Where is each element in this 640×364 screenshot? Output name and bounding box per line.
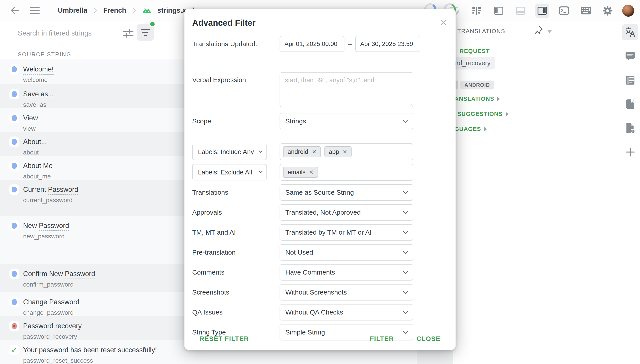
tm-mt-and-ai-select[interactable]: Translated by TM or MT or AI — [280, 224, 413, 240]
chevron-right-icon — [506, 112, 508, 116]
breadcrumb-chevron-icon — [93, 7, 98, 14]
dialog-section-divider — [192, 133, 448, 133]
string-key: password_recovery — [23, 333, 82, 340]
comments-select[interactable]: Have Comments — [280, 264, 413, 280]
dialog-body: Translations Updated:–Verbal ExpressionS… — [192, 36, 448, 344]
source-string-text: About... — [23, 137, 47, 147]
chevron-down-icon[interactable] — [547, 30, 552, 33]
approvals-select[interactable]: Translated, Not Approved — [280, 204, 413, 220]
select-value: Translated, Not Approved — [285, 209, 361, 216]
translations-row: TranslationsSame as Source String — [192, 184, 448, 201]
journal-icon[interactable] — [622, 72, 638, 88]
select-value: Translated by TM or MT or AI — [285, 228, 371, 236]
verbal-expression-input[interactable] — [280, 72, 413, 107]
back-arrow-icon[interactable] — [9, 5, 21, 16]
source-string-text: Welcome! — [23, 64, 54, 74]
apply-filter-button[interactable]: FILTER — [368, 335, 395, 343]
source-string-text: Change Password — [23, 297, 79, 307]
translate-icon[interactable] — [622, 24, 638, 40]
source-string-text: Password recovery — [23, 321, 82, 331]
close-icon[interactable]: ✕ — [440, 18, 447, 27]
hamburger-menu-icon[interactable] — [29, 5, 41, 16]
string-key: about_me — [23, 173, 53, 180]
translated-status-icon — [9, 89, 19, 100]
layout-left-panel-icon[interactable] — [492, 4, 506, 18]
panel-divider — [417, 350, 417, 364]
field-label: TM, MT and AI — [192, 228, 280, 236]
labels-mode-select[interactable]: Labels: Include Any — [192, 144, 267, 160]
breadcrumb-language[interactable]: French — [103, 6, 126, 14]
close-dialog-button[interactable]: CLOSE — [415, 335, 442, 343]
screenshots-select[interactable]: Without Screenshots — [280, 284, 413, 300]
request-translation-button[interactable]: REQUEST — [460, 48, 490, 54]
glossary-book-icon[interactable] — [622, 96, 638, 112]
date-to-input[interactable] — [355, 36, 420, 52]
field-label: Screenshots — [192, 288, 280, 296]
labels-tags-input[interactable]: emails✕ — [280, 164, 413, 181]
string-text-block: Change Passwordchange_password — [23, 297, 79, 316]
string-text-block: About Meabout_me — [23, 160, 53, 180]
advanced-filter-dialog: Advanced Filter ✕ Translations Updated:–… — [184, 9, 456, 350]
keyboard-icon[interactable] — [579, 4, 593, 18]
filter-active-dot — [150, 22, 155, 26]
date-from-input[interactable] — [280, 36, 344, 52]
label-tag: android✕ — [283, 146, 321, 157]
file-info-icon[interactable] — [622, 120, 638, 136]
dialog-title: Advanced Filter — [192, 18, 256, 28]
search-input[interactable] — [17, 26, 115, 41]
remove-tag-icon[interactable]: ✕ — [309, 169, 314, 175]
string-key: current_password — [23, 197, 78, 204]
field-label: Scope — [192, 118, 280, 125]
translations-select[interactable]: Same as Source String — [280, 184, 413, 201]
qa-issues-row: QA IssuesWithout QA Checks — [192, 304, 448, 320]
tune-filters-icon[interactable] — [122, 27, 135, 40]
pin-icon[interactable] — [533, 25, 544, 38]
terminal-icon[interactable] — [557, 4, 571, 18]
string-key: welcome — [23, 76, 54, 84]
labels-mode-select[interactable]: Labels: Exclude All — [192, 164, 267, 180]
panel-section-guages[interactable]: GUAGES — [455, 126, 487, 132]
settings-gear-icon[interactable] — [600, 4, 615, 18]
pre-translation-select[interactable]: Not Used — [280, 244, 413, 260]
right-vertical-toolbar — [620, 21, 640, 364]
labels-filter-row: Labels: Exclude Allemails✕ — [192, 164, 448, 181]
verbal-expression-row: Verbal Expression — [192, 72, 448, 108]
layout-bottom-panel-icon — [513, 4, 528, 18]
user-avatar[interactable] — [622, 5, 634, 17]
string-text-block: Viewview — [23, 113, 38, 132]
translated-status-icon — [9, 160, 19, 171]
select-value: Without QA Checks — [285, 308, 343, 316]
labels-tags-input[interactable]: android✕app✕ — [280, 144, 413, 160]
qa-issues-select[interactable]: Without QA Checks — [280, 304, 413, 320]
status-bullet-icon — [12, 223, 17, 228]
reset-filter-button[interactable]: RESET FILTER — [198, 335, 250, 343]
approved-check-icon: ✓ — [9, 345, 19, 355]
chevron-down-icon — [403, 209, 408, 214]
layout-right-panel-icon[interactable] — [535, 4, 549, 18]
date-range-dash: – — [348, 40, 352, 48]
translations-updated-row: Translations Updated:– — [192, 36, 448, 52]
chevron-down-icon — [403, 118, 408, 122]
add-icon[interactable] — [622, 144, 638, 160]
tm-mt-and-ai-row: TM, MT and AITranslated by TM or MT or A… — [192, 224, 448, 240]
scope-select[interactable]: Strings — [280, 113, 413, 130]
field-label: Translations — [192, 189, 280, 196]
chevron-down-icon — [259, 149, 263, 153]
translated-status-icon — [9, 113, 19, 124]
comments-icon[interactable] — [622, 48, 638, 64]
panel-section-suggestions[interactable]: SUGGESTIONS — [457, 110, 508, 118]
scope-row: ScopeStrings — [192, 113, 448, 130]
panel-section-anslations[interactable]: ANSLATIONS — [455, 96, 500, 102]
android-badge: ANDROID — [461, 80, 494, 90]
layout-columns-icon[interactable] — [470, 4, 484, 18]
dialog-footer: RESET FILTER FILTER CLOSE — [184, 328, 456, 350]
status-bullet-icon — [12, 66, 17, 72]
source-string-text: Save as... — [23, 89, 54, 99]
remove-tag-icon[interactable]: ✕ — [312, 149, 316, 155]
translated-status-icon — [9, 64, 19, 74]
select-value: Labels: Exclude All — [198, 169, 252, 176]
remove-tag-icon[interactable]: ✕ — [343, 149, 347, 155]
breadcrumb-project[interactable]: Umbrella — [58, 6, 87, 14]
filter-button[interactable] — [137, 24, 154, 41]
string-text-block: About...about — [23, 136, 47, 156]
